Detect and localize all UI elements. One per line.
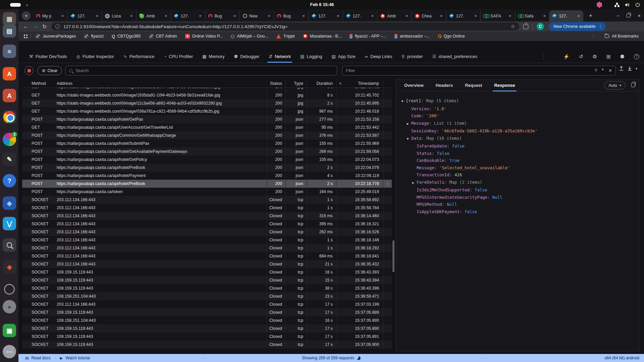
devtools-tab-memory[interactable]: ▦Memory [198,50,228,63]
table-scrollbar[interactable] [392,88,395,349]
tab-close-icon[interactable]: × [60,13,65,19]
back-button[interactable]: ← [21,23,31,29]
json-tree-line[interactable]: ▼[root]: Map (5 items) [400,97,635,105]
json-tree-line[interactable]: Status: false [400,150,635,157]
tab-search-button[interactable]: ▾ [22,11,31,20]
table-row[interactable]: POSThttps://safargouatapi.caxita.ca/api/… [22,147,392,156]
dock-item-flutter[interactable]: ◆ [3,196,16,210]
tab-close-icon[interactable]: × [507,13,513,19]
new-tab-button[interactable]: + [587,12,595,20]
network-tree-icon[interactable] [614,3,620,7]
dock-item-software-updater[interactable]: A [3,89,16,102]
regex-icon[interactable]: * [602,68,604,74]
dock-item-chat[interactable]: ⋯ [3,345,16,358]
all-bookmarks-button[interactable]: All Bookmarks [605,34,639,39]
table-row[interactable]: SOCKET108.159.15.119:443Closedtcp17 s15:… [22,324,392,333]
site-info-icon[interactable]: i [55,24,60,29]
bookmark-star-icon[interactable]: ☆ [511,23,515,29]
table-row[interactable]: SOCKET108.159.15.119:443Closedtcp15 s15:… [22,276,392,284]
dock-item-photos[interactable]: 3 [3,133,16,146]
devtools-tab-deep-links[interactable]: ∞Deep Links [361,50,396,63]
table-row[interactable]: SOCKET108.158.251.104:443Closedtcp23 s15… [22,292,392,300]
tab-close-icon[interactable]: × [576,13,581,19]
system-clock[interactable]: Feb 6 15:46 [0,0,644,9]
power-icon[interactable] [635,2,640,7]
bookmark-item[interactable]: Masalamaa - B... [303,34,341,39]
table-row[interactable]: GEThttps://static-images.webbeds.com/0/i… [22,88,392,91]
devtools-tab-debugger[interactable]: ⚉Debugger [230,50,264,63]
inspector-tab-request[interactable]: Request [465,79,482,92]
search-field[interactable] [65,66,337,75]
column-duration[interactable]: Duration [307,79,336,87]
browser-tab[interactable]: My p× [33,10,67,21]
report-bug-icon[interactable]: ⚉ [620,54,625,60]
download-dropdown-icon[interactable]: ▾ [636,67,637,70]
table-row[interactable]: SOCKET203.112.134.166:443Closedtcp684 ms… [22,252,392,260]
download-icon[interactable] [627,66,632,71]
clear-filter-icon[interactable]: ✕ [608,68,612,73]
table-row[interactable]: SOCKET203.112.134.166:443Closedtcp1 s15:… [22,244,392,252]
devtools-tab-app-size[interactable]: ▧App Size [327,50,359,63]
json-tree-line[interactable]: ▼Data: Map (10 items) [400,135,635,143]
browser-tab[interactable]: Bug× [205,10,239,21]
dock-item-settings-ring[interactable] [3,283,16,296]
browser-tab[interactable]: Chea× [412,10,446,21]
help-icon[interactable]: ? [634,54,639,59]
devtools-tab-provider[interactable]: ⚲provider [397,50,427,63]
table-row[interactable]: SOCKET108.159.15.119:443Closedtcp17 s15:… [22,333,392,341]
tab-close-icon[interactable]: × [370,13,375,19]
json-tree-line[interactable]: TransactionId: 426 [400,171,635,179]
table-row[interactable]: POSThttps://safargouatapi.caxita.ca/api/… [22,115,392,123]
table-row[interactable]: POSThttps://safargouatapi.caxita.ca/api/… [22,172,392,180]
devtools-tab-flutter-inspector[interactable]: ◎Flutter Inspector [72,50,118,63]
dock-item-help[interactable]: ? [3,174,16,187]
table-row[interactable]: GEThttps://safargouatapi.caxita.ca/api/U… [22,123,392,131]
bookmark-item[interactable]: Qgo Online [438,34,465,39]
bookmark-item[interactable]: CBT Admin [149,34,177,39]
browser-tab[interactable]: 127.× [308,10,343,21]
menu-dots-icon[interactable]: ⋮ [598,24,602,29]
settings-gear-icon[interactable]: ⚙ [593,54,597,60]
table-row[interactable]: SOCKET203.112.134.166:443Closedtcp1 s15:… [22,204,392,212]
browser-tab[interactable]: 127.× [171,10,205,21]
table-row[interactable]: POSThttps://safargouatapi.caxita.ca/toke… [22,188,392,196]
devtools-tab-logging[interactable]: ▤Logging [296,50,326,63]
profile-avatar[interactable]: C [537,23,544,30]
expand-icon[interactable]: ▶ [412,179,417,187]
table-row[interactable]: SOCKET108.158.251.104:443Closedtcp16 s15… [22,316,392,324]
table-row[interactable]: POSThttps://safargouatapi.caxita.ca/api/… [22,131,392,139]
dock-item-text-editor[interactable]: ≡ [3,45,16,58]
dock-item-file-manager[interactable]: ▤ [3,24,16,38]
filter-field[interactable]: ? * ✕ [342,66,616,75]
dock-item-files[interactable]: ▦ [3,12,16,25]
table-row[interactable]: GEThttps://static-images.webbeds.com/0/i… [22,91,392,99]
table-row[interactable]: SOCKET108.159.15.119:443Closedtcp16 s15:… [22,268,392,276]
chrome-update-button[interactable]: New Chrome available ⋮ [549,22,606,31]
bookmark-item[interactable]: JazeeraPackages [36,34,76,39]
restore-button[interactable] [627,14,630,17]
tab-close-icon[interactable]: × [335,13,341,19]
json-tree-line[interactable]: MPGSMethod: Null [400,201,635,208]
expand-icon[interactable]: ▶ [407,120,411,128]
scrollbar-thumb[interactable] [392,240,394,272]
devtools-tab-cpu-profiler[interactable]: ◔CPU Profiler [160,50,197,63]
json-tree-line[interactable]: Is3ds2MethodSupported: false [400,186,635,194]
json-tree-line[interactable]: Message: 'Selected_hotel_unavailable' [400,164,635,172]
json-tree-line[interactable]: IsAppleSDKPayment: false [400,208,635,216]
table-row[interactable]: POSThttps://safargouatapi.caxita.ca/api/… [22,156,392,164]
tab-close-icon[interactable]: × [439,13,444,19]
table-row[interactable]: POSThttps://safargouatapi.caxita.ca/api/… [22,139,392,147]
close-button[interactable]: × [638,13,641,18]
dock-item-app-center[interactable]: A [3,67,16,80]
table-row[interactable]: SOCKET108.159.15.119:443Closedtcp17 s15:… [22,308,392,316]
table-row[interactable]: SOCKET203.112.134.166:443Closedtcp395 ms… [22,220,392,228]
dock-item-emulator[interactable]: ◆ [3,260,16,274]
column-type[interactable]: Type [285,79,307,87]
tab-close-icon[interactable]: × [163,13,169,19]
browser-tab[interactable]: 127.× [446,10,481,21]
extensions-manager-icon[interactable]: ⊞ [606,54,611,60]
inspector-tab-response[interactable]: Response [494,79,515,92]
forward-button[interactable]: → [31,23,40,29]
table-row[interactable]: SOCKET203.112.134.166:443Closedtcp315 ms… [22,212,392,220]
devtools-tab-performance[interactable]: ∿Performance [119,50,158,63]
